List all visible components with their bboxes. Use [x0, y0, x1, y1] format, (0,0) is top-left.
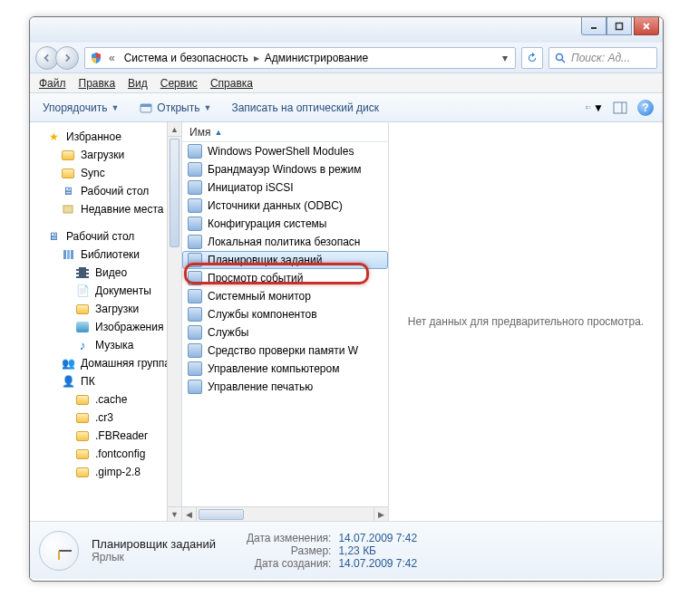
- menu-tools[interactable]: Сервис: [160, 77, 198, 90]
- folder-icon: [75, 302, 90, 316]
- svg-line-5: [562, 60, 565, 63]
- breadcrumb-root-dropdown[interactable]: «: [105, 52, 119, 64]
- sidebar-favorites[interactable]: ★Избранное: [30, 128, 181, 146]
- scroll-up-button[interactable]: ▲: [168, 122, 181, 137]
- menu-help[interactable]: Справка: [210, 77, 253, 90]
- sidebar-desktop[interactable]: 🖥Рабочий стол: [30, 227, 181, 245]
- details-type: Ярлык: [92, 551, 216, 563]
- sidebar-sync[interactable]: Sync: [30, 164, 181, 182]
- menu-view[interactable]: Вид: [128, 77, 148, 90]
- breadcrumb-dropdown[interactable]: ▾: [499, 52, 511, 64]
- details-pane: Планировщик заданий Ярлык Дата изменения…: [30, 521, 663, 579]
- minimize-button[interactable]: [581, 17, 607, 35]
- sidebar-fontconfig[interactable]: .fontconfig: [30, 445, 181, 463]
- menu-bar: Файл Правка Вид Сервис Справка: [30, 73, 663, 93]
- file-item[interactable]: Источники данных (ODBC): [182, 197, 388, 215]
- sidebar-cr3[interactable]: .cr3: [30, 409, 181, 427]
- column-header-name[interactable]: Имя▲: [182, 122, 388, 142]
- breadcrumb-seg-1[interactable]: Система и безопасность: [121, 52, 252, 64]
- search-input[interactable]: Поиск: Ад...: [548, 47, 657, 69]
- forward-button[interactable]: [55, 46, 79, 70]
- file-item[interactable]: Управление печатью: [182, 378, 388, 396]
- sidebar-gimp[interactable]: .gimp-2.8: [30, 463, 181, 481]
- sidebar-pictures[interactable]: Изображения: [30, 318, 181, 336]
- file-list[interactable]: Windows PowerShell Modules Брандмауэр Wi…: [182, 142, 388, 506]
- maximize-button[interactable]: [607, 17, 632, 35]
- horizontal-scrollbar[interactable]: ◀ ▶: [182, 506, 388, 521]
- file-item[interactable]: Брандмауэр Windows в режим: [182, 160, 388, 178]
- file-item[interactable]: Управление компьютером: [182, 360, 388, 378]
- sidebar-homegroup[interactable]: 👥Домашняя группа: [30, 354, 181, 372]
- file-item-selected[interactable]: Планировщик заданий: [182, 251, 388, 269]
- menu-file[interactable]: Файл: [39, 77, 66, 90]
- shortcut-icon: [188, 235, 202, 249]
- shield-icon: [89, 51, 103, 65]
- value-created: 14.07.2009 7:42: [338, 557, 417, 570]
- sidebar-fbreader[interactable]: .FBReader: [30, 427, 181, 445]
- refresh-button[interactable]: [521, 47, 543, 69]
- user-icon: 👤: [61, 374, 75, 389]
- close-button[interactable]: [634, 17, 659, 35]
- scroll-left-button[interactable]: ◀: [182, 507, 197, 521]
- sidebar-recent[interactable]: Недавние места: [30, 200, 181, 218]
- file-item[interactable]: Системный монитор: [182, 287, 388, 305]
- music-icon: ♪: [75, 338, 90, 352]
- shortcut-icon: [188, 289, 202, 303]
- sidebar-libraries[interactable]: Библиотеки: [30, 245, 181, 264]
- file-item[interactable]: Службы компонентов: [182, 305, 388, 323]
- help-icon: ?: [637, 100, 654, 116]
- file-item[interactable]: Службы: [182, 323, 388, 342]
- sidebar-cache[interactable]: .cache: [30, 390, 181, 409]
- main-area: Имя▲ Windows PowerShell Modules Брандмау…: [182, 122, 663, 521]
- sidebar-downloads-lib[interactable]: Загрузки: [30, 300, 181, 318]
- file-list-column: Имя▲ Windows PowerShell Modules Брандмау…: [182, 122, 389, 521]
- open-button[interactable]: Открыть▼: [133, 98, 217, 118]
- breadcrumb-seg-2[interactable]: Администрирование: [261, 52, 372, 64]
- nav-buttons: [35, 46, 79, 70]
- search-icon: [553, 51, 568, 65]
- sidebar-scrollbar[interactable]: ▲ ▼: [167, 122, 181, 521]
- scroll-right-button[interactable]: ▶: [374, 507, 388, 521]
- scroll-thumb[interactable]: [170, 139, 180, 247]
- menu-edit[interactable]: Правка: [79, 77, 116, 90]
- document-icon: 📄: [75, 284, 90, 298]
- sidebar-documents[interactable]: 📄Документы: [30, 282, 181, 300]
- view-mode-button[interactable]: ▼: [585, 98, 605, 118]
- sidebar-downloads[interactable]: Загрузки: [30, 146, 181, 164]
- star-icon: ★: [46, 130, 61, 144]
- scroll-down-button[interactable]: ▼: [168, 506, 181, 521]
- organize-button[interactable]: Упорядочить▼: [37, 99, 124, 117]
- help-button[interactable]: ?: [636, 98, 655, 118]
- navigation-pane: ★Избранное Загрузки Sync 🖥Рабочий стол Н…: [30, 122, 182, 521]
- sidebar-music[interactable]: ♪Музыка: [30, 336, 181, 354]
- file-item[interactable]: Windows PowerShell Modules: [182, 142, 388, 160]
- file-item[interactable]: Инициатор iSCSI: [182, 178, 388, 197]
- chevron-right-icon[interactable]: ▸: [254, 52, 259, 64]
- svg-rect-8: [586, 106, 587, 107]
- breadcrumb[interactable]: « Система и безопасность ▸ Администриров…: [84, 47, 516, 69]
- folder-icon: [75, 465, 90, 479]
- sidebar-pc[interactable]: 👤ПК: [30, 372, 181, 390]
- sidebar-videos[interactable]: Видео: [30, 264, 181, 282]
- file-item[interactable]: Средство проверки памяти W: [182, 342, 388, 360]
- folder-icon: [61, 166, 75, 180]
- shortcut-icon: [188, 271, 202, 285]
- burn-button[interactable]: Записать на оптический диск: [226, 99, 384, 117]
- svg-rect-16: [67, 250, 70, 259]
- file-item[interactable]: Локальная политика безопасн: [182, 233, 388, 251]
- shortcut-icon: [188, 144, 202, 159]
- svg-rect-7: [141, 104, 151, 107]
- preview-pane-button[interactable]: [610, 98, 630, 118]
- scroll-thumb[interactable]: [199, 509, 244, 520]
- explorer-window: « Система и безопасность ▸ Администриров…: [29, 16, 664, 582]
- file-item[interactable]: Конфигурация системы: [182, 215, 388, 233]
- shortcut-icon: [188, 361, 202, 376]
- folder-icon: [75, 410, 90, 425]
- shortcut-icon: [188, 180, 202, 195]
- desktop-icon: 🖥: [46, 229, 61, 244]
- preview-empty-text: Нет данных для предварительного просмотр…: [408, 315, 644, 328]
- sidebar-desktop-fav[interactable]: 🖥Рабочий стол: [30, 182, 181, 200]
- title-bar[interactable]: [30, 17, 663, 43]
- open-icon: [139, 101, 153, 115]
- file-item[interactable]: Просмотр событий: [182, 269, 388, 287]
